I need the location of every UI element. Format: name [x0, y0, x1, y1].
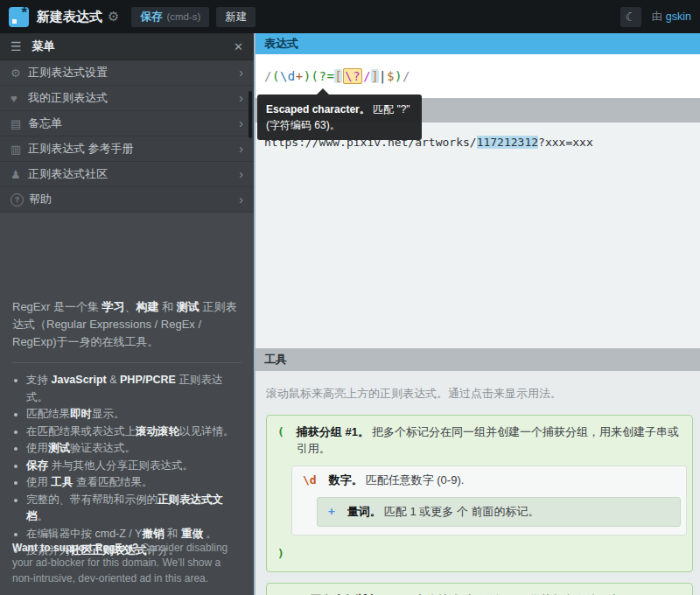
regex-token[interactable]: ) — [395, 69, 402, 83]
cheatsheet-icon: ▤ — [10, 117, 28, 130]
test-text-area[interactable]: https://www.pixiv.net/artworks/117212312… — [256, 122, 700, 348]
feature-list-item: 使用 工具 查看匹配结果。 — [26, 474, 242, 492]
text-bold: 工具 — [51, 476, 73, 488]
text-plain: RegExr 是一个集 — [12, 300, 102, 313]
text-plain: 查看匹配结果。 — [73, 476, 152, 488]
text-plain: 并与其他人分享正则表达式。 — [48, 459, 193, 472]
text-plain: 完整的、带有帮助和示例的 — [26, 494, 158, 506]
text-plain: 支持 — [26, 374, 51, 386]
explain-row[interactable]: \d数字。匹配任意数字 (0-9). — [292, 468, 686, 494]
text-plain: 在编辑器中按 cmd-Z / Y — [26, 528, 142, 540]
sidebar-item-help[interactable]: ?帮助› — [0, 187, 254, 213]
ad-blocker-notice: Want to support RegExr? Consider disabli… — [12, 541, 242, 586]
regex-token[interactable]: $ — [387, 69, 395, 83]
text-bold: 测试 — [48, 442, 70, 454]
explain-nested-box[interactable]: +量词。匹配 1 或更多 个 前面的标记。 — [317, 497, 681, 528]
new-button[interactable]: 新建 — [216, 7, 256, 27]
explain-term: 量词。 — [347, 505, 382, 518]
menu-title: 菜单 — [32, 38, 55, 54]
ad-notice-bold: Want to support RegExr? — [12, 542, 138, 554]
chevron-right-icon: › — [239, 116, 243, 130]
expression-section-header: 表达式 — [256, 33, 700, 54]
regex-token[interactable]: | — [379, 69, 387, 83]
regex-token[interactable]: \? — [343, 68, 362, 84]
explain-token: ( — [277, 424, 284, 441]
explain-group-box[interactable]: (?=正向先行断言。匹配主表达式后面的组而不将其包含在结果中。[字符集。匹配集合… — [266, 583, 693, 595]
tools-header-label: 工具 — [264, 352, 287, 368]
close-icon[interactable]: ✕ — [234, 40, 243, 53]
explain-token: + — [328, 504, 335, 521]
regex-token[interactable]: [ — [334, 69, 342, 83]
new-button-label: 新建 — [225, 10, 247, 24]
sidebar-item-label: 帮助 — [29, 192, 52, 207]
sidebar-item-community[interactable]: ♟正则表达式社区› — [0, 162, 254, 187]
regex-token[interactable]: \d — [280, 69, 296, 83]
explain-nested-box[interactable]: \d数字。匹配任意数字 (0-9).+量词。匹配 1 或更多 个 前面的标记。 — [291, 466, 687, 536]
feature-list: 支持 JavaScript & PHP/PCRE 正则表达式。匹配结果即时显示。… — [12, 372, 242, 560]
save-shortcut-label: (cmd-s) — [166, 11, 200, 22]
intro-text: RegExr 是一个集 学习、构建 和 测试 正则表达式（Regular Exp… — [12, 298, 242, 351]
sidebar-item-reference[interactable]: ▥正则表达式 参考手册› — [0, 136, 254, 162]
sidebar-item-heart[interactable]: ♥我的正则表达式› — [0, 86, 254, 111]
expression-header-label: 表达式 — [264, 36, 298, 52]
text-bold: 撤销 — [142, 528, 164, 540]
sidebar-item-cheatsheet[interactable]: ▤备忘单› — [0, 111, 254, 136]
regex-token[interactable]: ] — [371, 69, 379, 83]
dark-mode-toggle[interactable]: ☾ — [620, 7, 641, 27]
explain-row[interactable]: +量词。匹配 1 或更多 个 前面的标记。 — [318, 500, 680, 525]
explain-term: 捕获分组 #1。 — [297, 425, 369, 438]
feature-list-item: 在匹配结果或表达式上滚动滚轮以见详情。 — [26, 424, 242, 441]
explain-group-box[interactable]: (捕获分组 #1。把多个标记分在同一组并创建一个捕获分组，用来创建子串或引用。\… — [266, 415, 693, 572]
regex-token[interactable]: / — [264, 69, 272, 83]
main-panel: 表达式 /(\d+)(?=[\?/]|$)/ 文本 https://www.pi… — [254, 33, 700, 595]
text-bold: 测试 — [177, 300, 200, 313]
tools-section-header: 工具 — [256, 348, 700, 371]
chevron-right-icon: › — [239, 167, 243, 181]
match-highlight: 117212312 — [477, 136, 538, 149]
text-plain: 和 — [159, 300, 177, 313]
text-plain: 显示。 — [92, 408, 125, 420]
regex-token[interactable]: ) — [304, 69, 312, 83]
explain-row[interactable]: (捕获分组 #1。把多个标记分在同一组并创建一个捕获分组，用来创建子串或引用。 — [267, 420, 692, 462]
text-bold: 即时 — [70, 408, 92, 420]
regex-token[interactable]: + — [296, 69, 304, 83]
sidebar-item-gear[interactable]: ⚙正则表达式设置› — [0, 60, 254, 86]
divider — [12, 362, 242, 363]
feature-list-item: 使用测试验证表达式。 — [26, 440, 242, 458]
account-status[interactable]: 由 gskin — [652, 10, 691, 24]
topbar-right: ☾ 由 gskin — [620, 7, 691, 27]
sidebar-item-label: 正则表达式设置 — [28, 65, 108, 80]
feature-list-item: 保存 并与其他人分享正则表达式。 — [26, 458, 242, 475]
text-plain: 使用 — [26, 476, 51, 488]
help-icon: ? — [10, 193, 24, 206]
logo-dot-icon — [12, 19, 17, 24]
text-plain: 验证表达式。 — [70, 442, 136, 454]
menu-list-icon: ☰ — [10, 39, 22, 53]
save-button[interactable]: 保存 (cmd-s) — [131, 7, 209, 27]
explain-panel: (捕获分组 #1。把多个标记分在同一组并创建一个捕获分组，用来创建子串或引用。\… — [264, 415, 695, 595]
text-bold: 重做 — [181, 528, 203, 540]
regex-token[interactable]: ( — [272, 69, 280, 83]
explain-close-row: ) — [267, 542, 692, 567]
regex-token[interactable]: / — [363, 69, 371, 83]
moon-icon: ☾ — [626, 10, 637, 24]
text-bold: 保存 — [26, 459, 48, 472]
signin-username-link[interactable]: gskin — [666, 10, 691, 23]
top-bar: * 新建表达式 ⚙ 保存 (cmd-s) 新建 ☾ 由 gskin — [0, 0, 700, 33]
reference-icon: ▥ — [10, 143, 28, 156]
explain-description: 捕获分组 #1。把多个标记分在同一组并创建一个捕获分组，用来创建子串或引用。 — [297, 424, 682, 458]
menu-header: ☰ 菜单 ✕ — [0, 33, 254, 60]
regex-token[interactable]: (?= — [312, 69, 335, 83]
chevron-right-icon: › — [239, 142, 243, 156]
save-button-label: 保存 — [140, 10, 162, 24]
regex-token[interactable]: / — [402, 69, 410, 83]
explain-row[interactable]: (?=正向先行断言。匹配主表达式后面的组而不将其包含在结果中。 — [267, 588, 692, 595]
sidebar-item-label: 我的正则表达式 — [28, 90, 108, 106]
sidebar-scrollbar[interactable] — [248, 91, 252, 138]
explain-description: 数字。匹配任意数字 (0-9). — [329, 472, 465, 489]
feature-list-item: 支持 JavaScript & PHP/PCRE 正则表达式。 — [26, 372, 242, 406]
expression-settings-gear-icon[interactable]: ⚙ — [108, 9, 119, 24]
regexr-logo[interactable]: * — [9, 7, 29, 27]
sidebar-item-label: 备忘单 — [28, 116, 62, 131]
chevron-right-icon: › — [239, 192, 243, 206]
